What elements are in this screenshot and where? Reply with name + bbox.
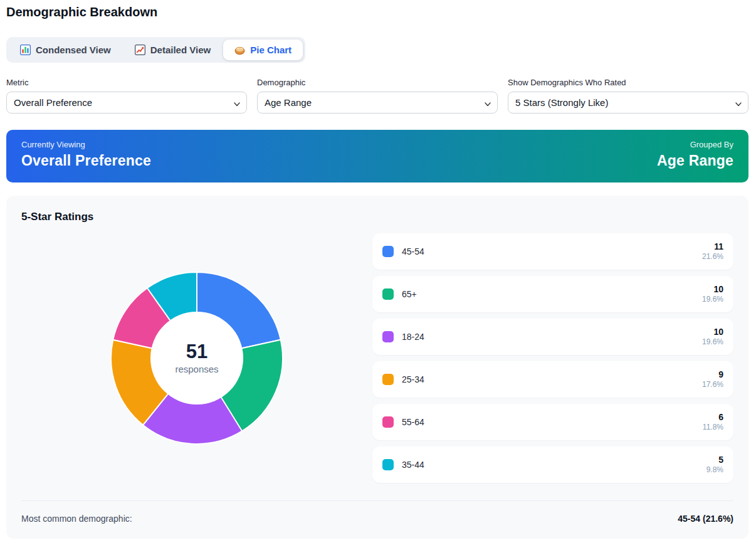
- page-title: Demographic Breakdown: [6, 5, 748, 19]
- legend-swatch: [382, 246, 394, 257]
- legend-item[interactable]: 55-64 6 11.8%: [372, 404, 733, 440]
- legend-item[interactable]: 45-54 11 21.6%: [372, 233, 733, 270]
- metric-control: Metric Overall Preference: [6, 78, 247, 114]
- legend-label: 45-54: [402, 246, 424, 256]
- legend-swatch: [382, 416, 394, 428]
- legend-label: 25-34: [402, 374, 424, 384]
- tab-condensed-view[interactable]: Condensed View: [9, 40, 122, 60]
- legend-label: 35-44: [402, 460, 424, 470]
- page: Demographic Breakdown Condensed View Det…: [0, 0, 756, 549]
- legend-percent: 19.6%: [702, 337, 723, 347]
- ratings-card: 5-Star Ratings 51 responses 45-54 11: [6, 196, 748, 539]
- legend-percent: 9.8%: [706, 465, 723, 475]
- banner-left-label: Currently Viewing: [21, 140, 151, 149]
- card-footer: Most common demographic: 45-54 (21.6%): [21, 500, 733, 524]
- rating-filter-select[interactable]: 5 Stars (Strongly Like): [508, 92, 748, 114]
- legend-percent: 19.6%: [702, 295, 723, 305]
- legend-swatch: [382, 374, 394, 385]
- legend-count: 10: [702, 326, 723, 337]
- demographic-label: Demographic: [257, 78, 498, 87]
- view-tabbar: Condensed View Detailed View Pie Chart: [6, 37, 305, 63]
- donut-box: 51 responses: [103, 264, 291, 452]
- legend: 45-54 11 21.6% 65+ 10 19.6% 18: [372, 233, 733, 483]
- legend-swatch: [382, 288, 394, 300]
- bar-chart-icon: [20, 45, 31, 55]
- legend-item[interactable]: 35-44 5 9.8%: [372, 447, 733, 483]
- rating-filter-label: Show Demographics Who Rated: [508, 78, 748, 87]
- legend-percent: 21.6%: [702, 252, 723, 262]
- pie-icon: [234, 45, 245, 55]
- legend-percent: 11.8%: [703, 423, 723, 433]
- demographic-control: Demographic Age Range: [257, 78, 498, 114]
- banner-right-value: Age Range: [657, 152, 733, 169]
- legend-item[interactable]: 25-34 9 17.6%: [372, 361, 733, 398]
- donut-chart[interactable]: [103, 264, 291, 452]
- banner-currently-viewing: Currently Viewing Overall Preference: [21, 140, 151, 169]
- legend-label: 18-24: [402, 332, 424, 342]
- metric-select[interactable]: Overall Preference: [6, 92, 247, 114]
- legend-count: 5: [706, 454, 723, 465]
- chart-increasing-icon: [135, 45, 145, 55]
- filter-controls: Metric Overall Preference Demographic Ag…: [6, 78, 748, 114]
- card-heading: 5-Star Ratings: [21, 211, 733, 223]
- donut-area: 51 responses: [21, 264, 372, 452]
- tab-label: Condensed View: [36, 45, 111, 55]
- legend-count: 9: [702, 369, 723, 380]
- demographic-select[interactable]: Age Range: [257, 92, 498, 114]
- most-common-label: Most common demographic:: [21, 514, 132, 524]
- banner-right-label: Grouped By: [657, 140, 733, 149]
- tab-pie-chart[interactable]: Pie Chart: [223, 40, 303, 60]
- tab-label: Detailed View: [150, 45, 211, 55]
- donut-hole: [150, 312, 243, 405]
- legend-swatch: [382, 459, 394, 470]
- legend-count: 11: [702, 241, 723, 252]
- banner: Currently Viewing Overall Preference Gro…: [6, 130, 748, 182]
- tab-label: Pie Chart: [250, 45, 291, 55]
- legend-count: 10: [702, 283, 723, 295]
- legend-label: 55-64: [402, 417, 424, 427]
- banner-grouped-by: Grouped By Age Range: [657, 140, 733, 169]
- legend-label: 65+: [402, 289, 417, 299]
- rating-filter-control: Show Demographics Who Rated 5 Stars (Str…: [508, 78, 748, 114]
- chart-row: 51 responses 45-54 11 21.6% 65+: [21, 233, 733, 483]
- legend-count: 6: [703, 411, 723, 423]
- tab-detailed-view[interactable]: Detailed View: [123, 40, 222, 60]
- most-common-value: 45-54 (21.6%): [678, 514, 733, 524]
- legend-item[interactable]: 65+ 10 19.6%: [372, 276, 733, 312]
- legend-percent: 17.6%: [702, 380, 723, 390]
- legend-swatch: [382, 331, 394, 342]
- metric-label: Metric: [6, 78, 247, 87]
- banner-left-value: Overall Preference: [21, 152, 151, 169]
- legend-item[interactable]: 18-24 10 19.6%: [372, 319, 733, 355]
